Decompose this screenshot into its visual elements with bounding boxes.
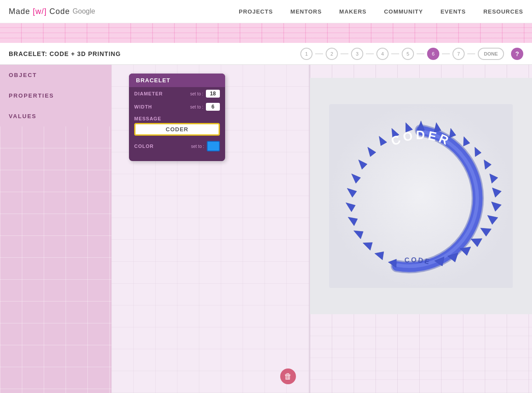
bracelet-svg: CODER CODE — [329, 104, 513, 288]
diameter-row: DIAMETER set to : 18 — [129, 87, 225, 100]
step-6[interactable]: 6 — [427, 48, 439, 60]
header-bar: BRACELET: CODE + 3D PRINTING 1 2 3 4 5 6… — [0, 43, 532, 65]
diamond-6 — [287, 31, 290, 35]
message-label: MESSAGE — [134, 116, 220, 121]
diamond-7 — [339, 31, 343, 35]
nav-makers[interactable]: MAKERS — [339, 8, 366, 15]
main-layout: OBJECT PROPERTIES VALUES BRACELET DIAMET… — [0, 65, 532, 393]
steps-nav: 1 2 3 4 5 6 7 DONE ? — [300, 48, 523, 60]
sidebar: OBJECT PROPERTIES VALUES — [0, 65, 111, 393]
nav-mentors[interactable]: MENTORS — [290, 8, 322, 15]
sidebar-item-properties[interactable]: PROPERTIES — [0, 85, 111, 106]
diameter-value[interactable]: 18 — [206, 90, 220, 98]
canvas-area: BRACELET DIAMETER set to : 18 WIDTH set … — [111, 65, 309, 393]
step-line-1 — [315, 53, 323, 54]
diamond-5 — [234, 31, 238, 35]
diameter-set-to: set to : — [190, 91, 203, 96]
google-logo: Google — [73, 7, 95, 15]
diamond-3 — [129, 31, 133, 35]
preview-viewport: CODER CODE — [310, 78, 532, 314]
trash-button[interactable]: 🗑 — [280, 368, 296, 384]
step-line-6 — [442, 53, 450, 54]
preview-bottom-grid — [310, 314, 532, 393]
step-1[interactable]: 1 — [300, 48, 313, 60]
step-line-7 — [467, 53, 475, 54]
message-section: MESSAGE — [129, 113, 225, 138]
diamond-10 — [497, 31, 500, 35]
step-7[interactable]: 7 — [452, 48, 465, 60]
preview-top-grid — [310, 65, 532, 78]
diameter-label: DIAMETER — [134, 91, 188, 96]
navbar: Made [w/] Code Google PROJECTS MENTORS M… — [0, 0, 532, 23]
diamond-8 — [392, 31, 395, 35]
content-wrapper: BRACELET: CODE + 3D PRINTING 1 2 3 4 5 6… — [0, 43, 532, 393]
sidebar-item-values[interactable]: VALUES — [0, 106, 111, 126]
logo: Made [w/] Code Google — [9, 7, 95, 16]
step-line-3 — [366, 53, 374, 54]
step-5[interactable]: 5 — [402, 48, 414, 60]
deco-diamonds — [0, 23, 532, 43]
diamond-2 — [77, 31, 80, 35]
message-input[interactable] — [134, 123, 220, 136]
deco-band — [0, 23, 532, 43]
color-set-to: set to : — [191, 144, 204, 149]
step-2[interactable]: 2 — [326, 48, 338, 60]
diamond-4 — [182, 31, 185, 35]
step-line-2 — [341, 53, 348, 54]
done-button[interactable]: DONE — [478, 48, 504, 60]
code-block: BRACELET DIAMETER set to : 18 WIDTH set … — [129, 74, 225, 161]
width-row: WIDTH set to : 6 — [129, 100, 225, 113]
sidebar-grid — [0, 126, 111, 393]
nav-events[interactable]: EVENTS — [441, 8, 466, 15]
step-4[interactable]: 4 — [376, 48, 389, 60]
nav-resources[interactable]: RESOURCES — [483, 8, 523, 15]
diamond-9 — [444, 31, 448, 35]
step-3[interactable]: 3 — [351, 48, 363, 60]
preview-panel: CODER CODE — [309, 65, 532, 393]
nav-links: PROJECTS MENTORS MAKERS COMMUNITY EVENTS… — [239, 7, 523, 15]
diamond-1 — [24, 31, 28, 35]
code-block-header: BRACELET — [129, 74, 225, 87]
help-button[interactable]: ? — [511, 48, 523, 60]
nav-community[interactable]: COMMUNITY — [384, 8, 423, 15]
step-line-5 — [417, 53, 424, 54]
nav-projects[interactable]: PROJECTS — [239, 8, 273, 15]
color-label: COLOR — [134, 144, 188, 149]
project-title: BRACELET: CODE + 3D PRINTING — [9, 50, 121, 57]
step-line-4 — [391, 53, 399, 54]
sidebar-item-object[interactable]: OBJECT — [0, 65, 111, 85]
color-swatch[interactable] — [207, 141, 220, 151]
width-label: WIDTH — [134, 104, 188, 109]
width-value[interactable]: 6 — [206, 103, 220, 111]
color-row: COLOR set to : — [129, 138, 225, 154]
width-set-to: set to : — [190, 105, 203, 109]
logo-text: Made [w/] Code — [9, 7, 70, 16]
